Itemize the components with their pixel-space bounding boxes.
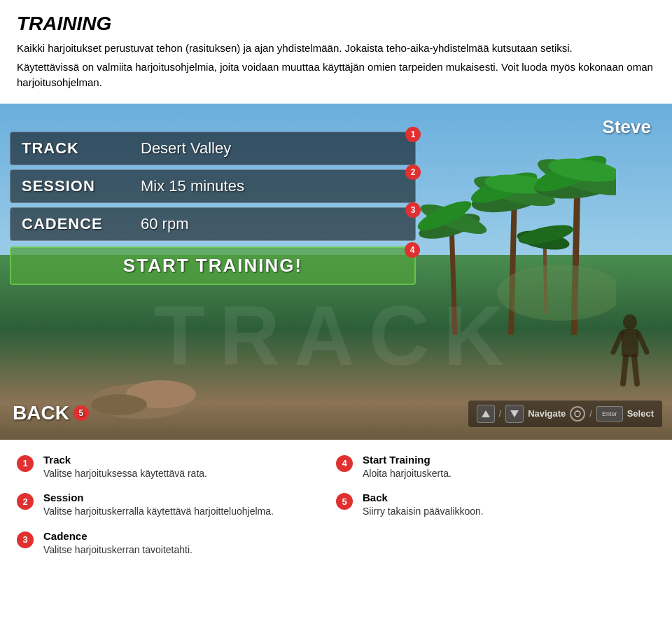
session-badge: 2 bbox=[405, 165, 421, 180]
svg-line-23 bbox=[613, 333, 622, 352]
ann-title-1: Track bbox=[43, 454, 207, 466]
annotation-2: 2 Session Valitse harjoituskerralla käyt… bbox=[17, 492, 336, 519]
session-label: SESSION bbox=[22, 177, 141, 195]
annotation-1: 1 Track Valitse harjoituksessa käytettäv… bbox=[17, 454, 336, 481]
ann-title-2: Session bbox=[43, 492, 274, 503]
svg-line-0 bbox=[511, 195, 514, 335]
page-title: TRAINING bbox=[17, 13, 655, 35]
ann-desc-2: Valitse harjoituskerralla käytettävä har… bbox=[43, 505, 274, 519]
ann-content-3: Cadence Valitse harjoituskerran tavoitet… bbox=[43, 530, 192, 557]
ann-title-3: Cadence bbox=[43, 530, 192, 542]
ann-desc-4: Aloita harjoituskerta. bbox=[363, 467, 451, 481]
ann-desc-5: Siirry takaisin päävalikkoon. bbox=[363, 505, 484, 519]
session-row[interactable]: SESSION Mix 15 minutes 2 bbox=[10, 169, 416, 203]
nav-down-btn[interactable] bbox=[505, 405, 524, 423]
ann-content-2: Session Valitse harjoituskerralla käytet… bbox=[43, 492, 274, 519]
player-name: Steve bbox=[603, 116, 651, 138]
track-value: Desert Valley bbox=[141, 139, 231, 158]
start-label: START TRAINING! bbox=[123, 255, 302, 277]
palm-trees bbox=[406, 139, 616, 335]
ann-num-2: 2 bbox=[17, 493, 34, 510]
game-screen: TRACK Steve TRACK Desert Valley 1 SESSIO… bbox=[0, 104, 672, 440]
nav-bar: / Navigate / Enter Select bbox=[468, 401, 662, 427]
svg-line-25 bbox=[623, 357, 626, 384]
ann-num-3: 3 bbox=[17, 531, 34, 548]
annotation-col-left: 1 Track Valitse harjoituksessa käytettäv… bbox=[17, 454, 336, 557]
navigate-text: Navigate bbox=[528, 408, 566, 419]
nav-up-btn[interactable] bbox=[477, 405, 495, 423]
cadence-value: 60 rpm bbox=[141, 215, 188, 233]
cadence-row[interactable]: CADENCE 60 rpm 3 bbox=[10, 207, 416, 241]
select-circle-btn[interactable] bbox=[570, 406, 585, 422]
intro-para2: Käytettävissä on valmiita harjoitusohjel… bbox=[17, 60, 655, 91]
ann-num-1: 1 bbox=[17, 455, 34, 472]
ann-content-4: Start Training Aloita harjoituskerta. bbox=[363, 454, 451, 481]
svg-point-20 bbox=[91, 394, 147, 415]
svg-point-29 bbox=[575, 411, 580, 417]
ann-content-1: Track Valitse harjoituksessa käytettävä … bbox=[43, 454, 207, 481]
ann-title-5: Back bbox=[363, 492, 484, 503]
ann-num-5: 5 bbox=[336, 493, 353, 510]
character-silhouette bbox=[609, 314, 651, 398]
ann-title-4: Start Training bbox=[363, 454, 451, 466]
annotation-3: 3 Cadence Valitse harjoituskerran tavoit… bbox=[17, 530, 336, 557]
track-badge: 1 bbox=[405, 127, 421, 142]
back-label: BACK bbox=[13, 402, 69, 424]
cadence-badge: 3 bbox=[405, 202, 421, 218]
ann-num-4: 4 bbox=[336, 455, 353, 472]
svg-line-24 bbox=[638, 333, 647, 352]
intro-para1: Kaikki harjoitukset perustuvat tehon (ra… bbox=[17, 41, 655, 57]
svg-line-5 bbox=[451, 223, 455, 335]
session-value: Mix 15 minutes bbox=[141, 177, 244, 195]
svg-marker-28 bbox=[510, 410, 519, 417]
svg-line-26 bbox=[634, 357, 637, 384]
svg-rect-22 bbox=[622, 329, 638, 357]
select-text: Select bbox=[627, 408, 654, 419]
back-badge: 5 bbox=[74, 405, 89, 421]
enter-btn[interactable]: Enter bbox=[596, 406, 623, 422]
annotation-5: 5 Back Siirry takaisin päävalikkoon. bbox=[336, 492, 655, 519]
ann-content-5: Back Siirry takaisin päävalikkoon. bbox=[363, 492, 484, 519]
start-badge: 4 bbox=[405, 242, 420, 258]
nav-slash1: / bbox=[499, 409, 501, 419]
annotation-4: 4 Start Training Aloita harjoituskerta. bbox=[336, 454, 655, 481]
ann-desc-3: Valitse harjoituskerran tavoitetahti. bbox=[43, 543, 192, 557]
ann-desc-1: Valitse harjoituksessa käytettävä rata. bbox=[43, 467, 207, 481]
nav-slash2: / bbox=[589, 409, 592, 419]
track-label: TRACK bbox=[22, 139, 141, 158]
menu-panel: TRACK Desert Valley 1 SESSION Mix 15 min… bbox=[10, 132, 416, 285]
annotations-section: 1 Track Valitse harjoituksessa käytettäv… bbox=[0, 440, 672, 564]
track-row[interactable]: TRACK Desert Valley 1 bbox=[10, 132, 416, 165]
cadence-label: CADENCE bbox=[22, 215, 141, 233]
top-text-section: TRAINING Kaikki harjoitukset perustuvat … bbox=[0, 0, 672, 104]
annotation-col-right: 4 Start Training Aloita harjoituskerta. … bbox=[336, 454, 655, 557]
terrain bbox=[84, 363, 210, 419]
back-button[interactable]: BACK 5 bbox=[13, 402, 89, 424]
start-training-row[interactable]: START TRAINING! 4 bbox=[10, 246, 416, 285]
svg-marker-27 bbox=[482, 410, 490, 417]
svg-point-21 bbox=[623, 314, 637, 330]
